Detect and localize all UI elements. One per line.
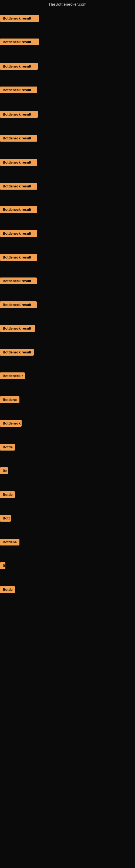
- bottleneck-badge-row: Bottleneck result: [0, 15, 39, 23]
- bottleneck-result-badge[interactable]: Bottlene: [0, 539, 19, 546]
- bottleneck-result-badge[interactable]: Bottleneck result: [0, 254, 37, 261]
- bottleneck-result-badge[interactable]: Bott: [0, 515, 11, 522]
- bottleneck-result-badge[interactable]: Bottleneck result: [0, 349, 34, 355]
- bottleneck-badge-row: Bottle: [0, 491, 15, 499]
- bottleneck-badge-row: Bottleneck result: [0, 87, 37, 94]
- bottleneck-badge-row: Bottleneck result: [0, 278, 37, 285]
- bottleneck-result-badge[interactable]: Bottle: [0, 491, 15, 498]
- bottleneck-badge-row: Bottle: [0, 586, 15, 594]
- bottleneck-result-badge[interactable]: Bottle: [0, 586, 15, 593]
- bottleneck-badge-row: Bottleneck: [0, 420, 21, 428]
- bottleneck-result-badge[interactable]: Bottleneck result: [0, 38, 39, 45]
- bottleneck-result-badge[interactable]: B: [0, 562, 5, 569]
- bottleneck-result-badge[interactable]: Bottleneck result: [0, 230, 37, 237]
- bottleneck-badge-row: Bottleneck result: [0, 111, 38, 119]
- bottleneck-badge-row: Bottleneck result: [0, 183, 37, 191]
- bottleneck-badge-row: Bottleneck result: [0, 325, 35, 333]
- bottleneck-result-badge[interactable]: Bottle: [0, 444, 15, 451]
- bottleneck-badge-row: Bottlene: [0, 539, 19, 547]
- bottleneck-badge-row: Bottleneck result: [0, 38, 39, 46]
- bottleneck-badge-row: Bottleneck result: [0, 159, 37, 167]
- bottleneck-result-badge[interactable]: Bottleneck result: [0, 325, 35, 332]
- bottleneck-badge-row: Bottleneck result: [0, 254, 37, 262]
- bottleneck-result-badge[interactable]: Bottleneck result: [0, 63, 38, 70]
- bottleneck-result-badge[interactable]: Bottleneck r: [0, 372, 25, 379]
- bottleneck-result-badge[interactable]: Bottleneck result: [0, 111, 38, 118]
- bottleneck-badge-row: Bo: [0, 467, 8, 475]
- bottleneck-result-badge[interactable]: Bottleneck result: [0, 15, 39, 22]
- bottleneck-badge-row: Bottleneck result: [0, 206, 37, 214]
- bottleneck-badge-row: Bottlene: [0, 396, 19, 404]
- bottleneck-result-badge[interactable]: Bottleneck result: [0, 183, 37, 190]
- bottleneck-badge-row: Bottleneck result: [0, 301, 37, 309]
- bottleneck-result-badge[interactable]: Bottleneck: [0, 420, 21, 427]
- bottleneck-result-badge[interactable]: Bottleneck result: [0, 159, 37, 166]
- site-title: TheBottlenecker.com: [0, 0, 135, 8]
- bottleneck-badge-row: Bottleneck result: [0, 63, 38, 71]
- bottleneck-badge-row: Bottle: [0, 444, 15, 452]
- bottleneck-result-badge[interactable]: Bottleneck result: [0, 135, 37, 142]
- bottleneck-result-badge[interactable]: Bottlene: [0, 396, 19, 403]
- bottleneck-result-badge[interactable]: Bottleneck result: [0, 87, 37, 93]
- bottleneck-result-badge[interactable]: Bottleneck result: [0, 301, 37, 308]
- bottleneck-result-badge[interactable]: Bo: [0, 467, 8, 474]
- bottleneck-badge-row: Bottleneck result: [0, 230, 37, 238]
- bottleneck-badge-row: B: [0, 562, 5, 570]
- bottleneck-badge-row: Bottleneck r: [0, 372, 25, 380]
- bottleneck-badge-row: Bott: [0, 515, 11, 523]
- bottleneck-result-badge[interactable]: Bottleneck result: [0, 278, 37, 284]
- bottleneck-badge-row: Bottleneck result: [0, 349, 34, 357]
- bottleneck-badge-row: Bottleneck result: [0, 135, 37, 143]
- bottleneck-result-badge[interactable]: Bottleneck result: [0, 206, 37, 213]
